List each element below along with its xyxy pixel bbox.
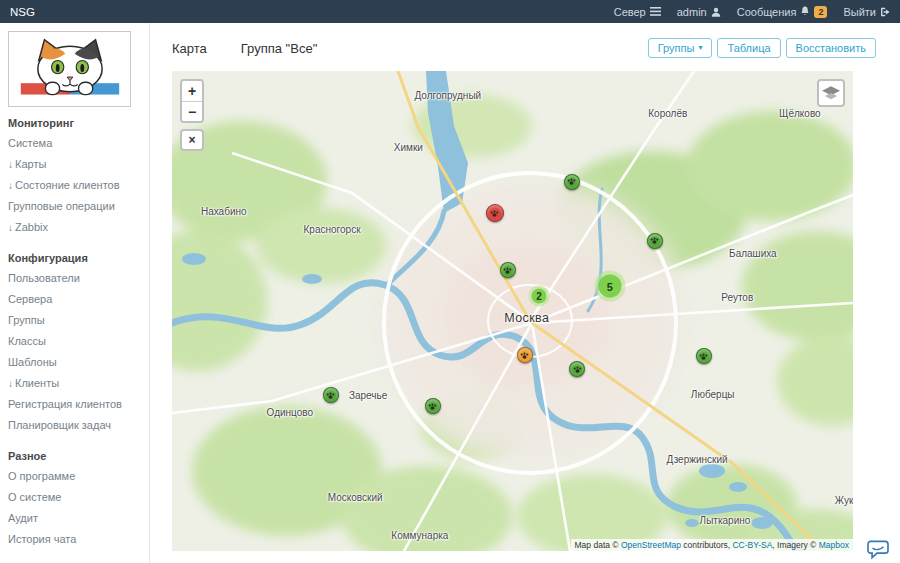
mapbox-link[interactable]: Mapbox [819, 540, 849, 550]
sidebar-item[interactable]: ↓Карты [0, 153, 149, 174]
sidebar-item-label: Пользователи [8, 272, 80, 284]
map-cluster-marker[interactable]: 2 [529, 286, 550, 307]
sidebar-item[interactable]: ↓Zabbix [0, 216, 149, 237]
map-paw-marker-ok[interactable] [647, 233, 663, 249]
chat-button[interactable] [866, 539, 890, 561]
sidebar-item[interactable]: Сервера [0, 288, 149, 309]
nav-server-label: Север [614, 6, 646, 18]
nav-logout[interactable]: Выйти [843, 6, 890, 18]
sidebar-item[interactable]: Шаблоны [0, 351, 149, 372]
sidebar-item[interactable]: О системе [0, 486, 149, 507]
groups-button-label: Группы [658, 42, 695, 54]
map-attribution: Map data © OpenStreetMap contributors, C… [571, 539, 853, 551]
paw-icon [428, 402, 437, 411]
layers-control[interactable] [817, 79, 845, 107]
cat-logo-image [17, 34, 123, 104]
sidebar-item-label: Группы [8, 314, 45, 326]
paw-icon [567, 177, 576, 186]
brand[interactable]: NSG [10, 6, 35, 18]
sidebar-item[interactable]: О программе [0, 465, 149, 486]
sidebar-item[interactable]: Регистрация клиентов [0, 393, 149, 414]
map-paw-marker-alert[interactable] [486, 204, 504, 222]
sidebar-item[interactable]: Аудит [0, 507, 149, 528]
sidebar-item[interactable]: ↓Состояние клиентов [0, 174, 149, 195]
main-content: Карта Группа "Все" Группы ▾ Таблица Восс… [150, 23, 900, 563]
map[interactable]: ДолгопрудныйКоролёвЩёлковоХимкиНахабиноК… [172, 71, 853, 551]
attribution-text: Map data © [575, 540, 621, 550]
sidebar-item-label: Аудит [8, 512, 38, 524]
user-icon [711, 7, 721, 17]
sidebar-item[interactable]: Пользователи [0, 267, 149, 288]
map-paw-marker-ok[interactable] [425, 398, 441, 414]
exit-control-button[interactable]: × [180, 129, 204, 151]
paw-icon [326, 391, 335, 400]
expand-arrow-icon: ↓ [8, 159, 13, 170]
table-button[interactable]: Таблица [717, 38, 780, 58]
sidebar: МониторингСистема↓Карты↓Состояние клиент… [0, 23, 150, 563]
caret-down-icon: ▾ [698, 44, 702, 52]
nav-messages-label: Сообщения [737, 6, 797, 18]
zoom-out-button[interactable]: − [182, 101, 202, 121]
groups-dropdown-button[interactable]: Группы ▾ [648, 38, 713, 58]
paw-icon [520, 351, 529, 360]
paw-icon [573, 365, 582, 374]
group-subtitle: Группа "Все" [241, 41, 317, 56]
restore-button[interactable]: Восстановить [786, 38, 876, 58]
sidebar-section-title: Разное [0, 446, 149, 465]
sidebar-item[interactable]: ↓Клиенты [0, 372, 149, 393]
sidebar-item[interactable]: Классы [0, 330, 149, 351]
map-paw-marker-warn[interactable] [517, 347, 533, 363]
expand-arrow-icon: ↓ [8, 180, 13, 191]
sidebar-item-label: Сервера [8, 293, 52, 305]
sidebar-section-title: Мониторинг [0, 113, 149, 132]
map-cluster-marker[interactable]: 5 [594, 271, 625, 302]
map-paw-marker-ok[interactable] [564, 174, 580, 190]
expand-arrow-icon: ↓ [8, 378, 13, 389]
zoom-in-button[interactable]: + [182, 81, 202, 101]
map-paw-marker-ok[interactable] [323, 387, 339, 403]
sidebar-item-label: О системе [8, 491, 61, 503]
zoom-control: + − [180, 79, 204, 123]
app-logo [8, 31, 131, 107]
sidebar-item-label: Карты [15, 158, 46, 170]
bell-icon [800, 6, 810, 17]
attribution-text-contributors: contributors, [681, 540, 733, 550]
logout-icon [880, 7, 890, 17]
license-link[interactable]: CC-BY-SA [732, 540, 772, 550]
map-paw-marker-ok[interactable] [569, 361, 585, 377]
map-paw-marker-ok[interactable] [696, 348, 712, 364]
top-navbar: NSG Север admin Сообщения 2 [0, 0, 900, 23]
cluster-count: 5 [598, 275, 621, 298]
messages-count-badge: 2 [814, 6, 827, 18]
sidebar-item-label: Клиенты [15, 377, 59, 389]
cluster-count: 2 [532, 289, 547, 304]
sidebar-item-label: Групповые операции [8, 200, 115, 212]
sidebar-item-label: Zabbix [15, 221, 48, 233]
osm-link[interactable]: OpenStreetMap [621, 540, 681, 550]
sidebar-item[interactable]: Групповые операции [0, 195, 149, 216]
sidebar-item-label: Шаблоны [8, 356, 57, 368]
sidebar-item[interactable]: Система [0, 132, 149, 153]
sidebar-item-label: Система [8, 137, 52, 149]
nav-user[interactable]: admin [677, 6, 721, 18]
sidebar-item-label: О программе [8, 470, 75, 482]
nav-logout-label: Выйти [843, 6, 876, 18]
expand-arrow-icon: ↓ [8, 222, 13, 233]
nav-server[interactable]: Север [614, 6, 661, 18]
page-title: Карта [172, 41, 207, 56]
paw-icon [650, 236, 659, 245]
header-buttons: Группы ▾ Таблица Восстановить [648, 38, 876, 58]
navbar-menu: Север admin Сообщения 2 Выйти [614, 6, 890, 18]
paw-icon [490, 209, 499, 218]
sidebar-item[interactable]: История чата [0, 528, 149, 549]
sidebar-item-label: История чата [8, 533, 76, 545]
sidebar-nav: МониторингСистема↓Карты↓Состояние клиент… [0, 113, 149, 549]
paw-icon [503, 266, 512, 275]
sidebar-item[interactable]: Группы [0, 309, 149, 330]
nav-user-label: admin [677, 6, 707, 18]
sidebar-item[interactable]: Планировщик задач [0, 414, 149, 435]
content-header: Карта Группа "Все" Группы ▾ Таблица Восс… [172, 36, 876, 60]
nav-messages[interactable]: Сообщения 2 [737, 6, 828, 18]
layers-icon [822, 86, 840, 101]
map-paw-marker-ok[interactable] [500, 262, 516, 278]
